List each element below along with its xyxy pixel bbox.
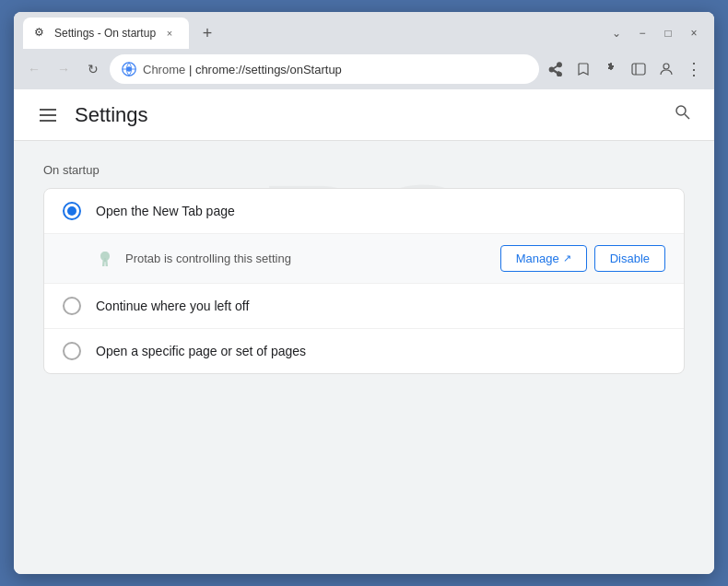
protab-extension-icon xyxy=(96,250,114,268)
settings-page-title: Settings xyxy=(75,103,148,127)
tab-close-button[interactable]: × xyxy=(161,25,178,41)
option-specific-page-label: Open a specific page or set of pages xyxy=(96,344,665,358)
extension-buttons: Manage ↗ Disable xyxy=(500,245,665,272)
share-button[interactable] xyxy=(543,56,569,82)
reload-button[interactable]: ↻ xyxy=(80,56,106,82)
puzzle-icon xyxy=(604,62,618,76)
option-new-tab-row[interactable]: Open the New Tab page xyxy=(44,189,684,234)
share-icon xyxy=(548,62,563,76)
manage-button[interactable]: Manage ↗ xyxy=(500,245,587,272)
profile-button[interactable] xyxy=(653,56,679,82)
maximize-button[interactable]: □ xyxy=(659,24,677,42)
forward-button[interactable]: → xyxy=(51,56,76,82)
browser-window: ⚙ Settings - On startup × + ⌄ − □ × ← → … xyxy=(14,12,714,574)
tab-favicon: ⚙ xyxy=(34,26,49,41)
menu-button[interactable]: ⋮ xyxy=(681,56,707,82)
close-window-button[interactable]: × xyxy=(685,24,703,42)
bookmark-button[interactable] xyxy=(570,56,596,82)
back-button[interactable]: ← xyxy=(21,56,47,82)
radio-continue[interactable] xyxy=(63,297,81,315)
extension-control-row: Protab is controlling this setting Manag… xyxy=(44,234,684,284)
settings-search-button[interactable] xyxy=(674,103,692,126)
address-bar[interactable]: Chrome | chrome://settings/onStartup xyxy=(110,54,539,84)
option-new-tab-label: Open the New Tab page xyxy=(96,204,665,218)
toolbar-icons: ⋮ xyxy=(543,56,707,82)
external-link-icon: ↗ xyxy=(563,252,571,264)
manage-label: Manage xyxy=(516,252,559,265)
window-controls: ⌄ − □ × xyxy=(596,18,714,49)
settings-header-left: Settings xyxy=(36,103,148,127)
sidebar-icon xyxy=(631,62,646,76)
extension-control-text: Protab is controlling this setting xyxy=(125,252,489,265)
section-title: On startup xyxy=(43,163,685,177)
radio-specific-page[interactable] xyxy=(63,342,81,360)
active-tab[interactable]: ⚙ Settings - On startup × xyxy=(23,18,189,49)
option-continue-row[interactable]: Continue where you left off xyxy=(44,284,684,329)
page-content: Settings PC RISK.COM On startup Open th xyxy=(14,89,714,574)
disable-button[interactable]: Disable xyxy=(594,245,665,272)
radio-new-tab[interactable] xyxy=(63,202,81,220)
sidebar-button[interactable] xyxy=(626,56,652,82)
disable-label: Disable xyxy=(610,252,650,265)
search-icon xyxy=(674,103,692,122)
new-tab-button[interactable]: + xyxy=(194,20,220,46)
site-icon xyxy=(121,61,137,77)
window-scroll-button[interactable]: ⌄ xyxy=(607,24,626,42)
bookmark-icon xyxy=(576,62,591,76)
sidebar-menu-button[interactable] xyxy=(36,105,60,125)
svg-line-6 xyxy=(685,114,689,119)
tab-strip: ⚙ Settings - On startup × + xyxy=(14,18,596,49)
address-chrome-label: Chrome xyxy=(143,63,185,76)
title-bar: ⚙ Settings - On startup × + ⌄ − □ × xyxy=(14,12,714,49)
svg-point-5 xyxy=(676,106,686,115)
settings-body: PC RISK.COM On startup Open the New Tab … xyxy=(14,141,714,396)
option-continue-label: Continue where you left off xyxy=(96,299,665,313)
profile-icon xyxy=(659,62,674,76)
option-specific-page-row[interactable]: Open a specific page or set of pages xyxy=(44,329,684,373)
address-separator: | xyxy=(189,63,195,76)
svg-point-4 xyxy=(663,64,669,69)
tab-title: Settings - On startup xyxy=(54,27,156,40)
options-card: Open the New Tab page Protab is controll… xyxy=(43,188,685,374)
extensions-button[interactable] xyxy=(598,56,624,82)
address-text: Chrome | chrome://settings/onStartup xyxy=(143,63,528,76)
svg-rect-2 xyxy=(632,64,645,75)
settings-header: Settings xyxy=(14,89,714,141)
minimize-button[interactable]: − xyxy=(633,24,652,42)
radio-new-tab-inner xyxy=(67,206,76,216)
toolbar: ← → ↻ Chrome | chrome://settings/onStart… xyxy=(14,49,714,89)
address-url: chrome://settings/onStartup xyxy=(195,63,342,76)
